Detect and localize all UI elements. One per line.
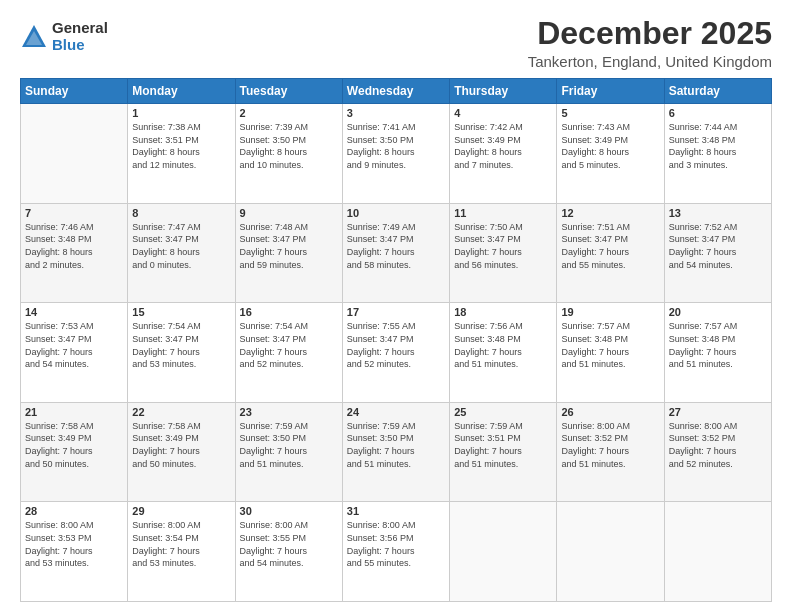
day-number: 10: [347, 207, 445, 219]
cell-content: Sunrise: 7:55 AMSunset: 3:47 PMDaylight:…: [347, 320, 445, 370]
day-number: 23: [240, 406, 338, 418]
day-number: 6: [669, 107, 767, 119]
cell-content: Sunrise: 7:49 AMSunset: 3:47 PMDaylight:…: [347, 221, 445, 271]
table-row: 31Sunrise: 8:00 AMSunset: 3:56 PMDayligh…: [342, 502, 449, 602]
table-row: 28Sunrise: 8:00 AMSunset: 3:53 PMDayligh…: [21, 502, 128, 602]
table-row: 6Sunrise: 7:44 AMSunset: 3:48 PMDaylight…: [664, 104, 771, 204]
col-tuesday: Tuesday: [235, 79, 342, 104]
table-row: 25Sunrise: 7:59 AMSunset: 3:51 PMDayligh…: [450, 402, 557, 502]
table-row: 24Sunrise: 7:59 AMSunset: 3:50 PMDayligh…: [342, 402, 449, 502]
cell-content: Sunrise: 8:00 AMSunset: 3:52 PMDaylight:…: [561, 420, 659, 470]
table-row: 11Sunrise: 7:50 AMSunset: 3:47 PMDayligh…: [450, 203, 557, 303]
table-row: 23Sunrise: 7:59 AMSunset: 3:50 PMDayligh…: [235, 402, 342, 502]
calendar-week-row: 28Sunrise: 8:00 AMSunset: 3:53 PMDayligh…: [21, 502, 772, 602]
table-row: 12Sunrise: 7:51 AMSunset: 3:47 PMDayligh…: [557, 203, 664, 303]
table-row: 22Sunrise: 7:58 AMSunset: 3:49 PMDayligh…: [128, 402, 235, 502]
cell-content: Sunrise: 7:56 AMSunset: 3:48 PMDaylight:…: [454, 320, 552, 370]
cell-content: Sunrise: 7:38 AMSunset: 3:51 PMDaylight:…: [132, 121, 230, 171]
logo-text: General Blue: [52, 20, 108, 53]
cell-content: Sunrise: 8:00 AMSunset: 3:53 PMDaylight:…: [25, 519, 123, 569]
cell-content: Sunrise: 7:57 AMSunset: 3:48 PMDaylight:…: [561, 320, 659, 370]
table-row: 4Sunrise: 7:42 AMSunset: 3:49 PMDaylight…: [450, 104, 557, 204]
day-number: 31: [347, 505, 445, 517]
table-row: 16Sunrise: 7:54 AMSunset: 3:47 PMDayligh…: [235, 303, 342, 403]
day-number: 11: [454, 207, 552, 219]
cell-content: Sunrise: 7:44 AMSunset: 3:48 PMDaylight:…: [669, 121, 767, 171]
day-number: 22: [132, 406, 230, 418]
logo-blue: Blue: [52, 37, 108, 54]
page: General Blue December 2025 Tankerton, En…: [0, 0, 792, 612]
day-number: 8: [132, 207, 230, 219]
table-row: [450, 502, 557, 602]
cell-content: Sunrise: 7:48 AMSunset: 3:47 PMDaylight:…: [240, 221, 338, 271]
day-number: 12: [561, 207, 659, 219]
table-row: 13Sunrise: 7:52 AMSunset: 3:47 PMDayligh…: [664, 203, 771, 303]
col-monday: Monday: [128, 79, 235, 104]
logo-icon: [20, 23, 48, 51]
table-row: [664, 502, 771, 602]
cell-content: Sunrise: 7:42 AMSunset: 3:49 PMDaylight:…: [454, 121, 552, 171]
table-row: 15Sunrise: 7:54 AMSunset: 3:47 PMDayligh…: [128, 303, 235, 403]
table-row: 5Sunrise: 7:43 AMSunset: 3:49 PMDaylight…: [557, 104, 664, 204]
day-number: 24: [347, 406, 445, 418]
day-number: 16: [240, 306, 338, 318]
calendar-week-row: 1Sunrise: 7:38 AMSunset: 3:51 PMDaylight…: [21, 104, 772, 204]
day-number: 28: [25, 505, 123, 517]
table-row: 8Sunrise: 7:47 AMSunset: 3:47 PMDaylight…: [128, 203, 235, 303]
cell-content: Sunrise: 7:58 AMSunset: 3:49 PMDaylight:…: [132, 420, 230, 470]
col-saturday: Saturday: [664, 79, 771, 104]
cell-content: Sunrise: 7:59 AMSunset: 3:50 PMDaylight:…: [347, 420, 445, 470]
table-row: [21, 104, 128, 204]
cell-content: Sunrise: 7:58 AMSunset: 3:49 PMDaylight:…: [25, 420, 123, 470]
calendar-week-row: 14Sunrise: 7:53 AMSunset: 3:47 PMDayligh…: [21, 303, 772, 403]
cell-content: Sunrise: 8:00 AMSunset: 3:55 PMDaylight:…: [240, 519, 338, 569]
cell-content: Sunrise: 8:00 AMSunset: 3:56 PMDaylight:…: [347, 519, 445, 569]
day-number: 26: [561, 406, 659, 418]
table-row: 27Sunrise: 8:00 AMSunset: 3:52 PMDayligh…: [664, 402, 771, 502]
day-number: 2: [240, 107, 338, 119]
cell-content: Sunrise: 7:47 AMSunset: 3:47 PMDaylight:…: [132, 221, 230, 271]
cell-content: Sunrise: 7:46 AMSunset: 3:48 PMDaylight:…: [25, 221, 123, 271]
table-row: 9Sunrise: 7:48 AMSunset: 3:47 PMDaylight…: [235, 203, 342, 303]
day-number: 21: [25, 406, 123, 418]
header: General Blue December 2025 Tankerton, En…: [20, 16, 772, 70]
subtitle: Tankerton, England, United Kingdom: [528, 53, 772, 70]
cell-content: Sunrise: 7:54 AMSunset: 3:47 PMDaylight:…: [132, 320, 230, 370]
table-row: 3Sunrise: 7:41 AMSunset: 3:50 PMDaylight…: [342, 104, 449, 204]
cell-content: Sunrise: 7:59 AMSunset: 3:51 PMDaylight:…: [454, 420, 552, 470]
cell-content: Sunrise: 7:59 AMSunset: 3:50 PMDaylight:…: [240, 420, 338, 470]
day-number: 17: [347, 306, 445, 318]
day-number: 18: [454, 306, 552, 318]
day-number: 5: [561, 107, 659, 119]
table-row: 30Sunrise: 8:00 AMSunset: 3:55 PMDayligh…: [235, 502, 342, 602]
table-row: 21Sunrise: 7:58 AMSunset: 3:49 PMDayligh…: [21, 402, 128, 502]
table-row: 20Sunrise: 7:57 AMSunset: 3:48 PMDayligh…: [664, 303, 771, 403]
calendar-week-row: 21Sunrise: 7:58 AMSunset: 3:49 PMDayligh…: [21, 402, 772, 502]
day-number: 20: [669, 306, 767, 318]
col-wednesday: Wednesday: [342, 79, 449, 104]
cell-content: Sunrise: 8:00 AMSunset: 3:52 PMDaylight:…: [669, 420, 767, 470]
table-row: 2Sunrise: 7:39 AMSunset: 3:50 PMDaylight…: [235, 104, 342, 204]
day-number: 27: [669, 406, 767, 418]
cell-content: Sunrise: 7:43 AMSunset: 3:49 PMDaylight:…: [561, 121, 659, 171]
day-number: 14: [25, 306, 123, 318]
title-block: December 2025 Tankerton, England, United…: [528, 16, 772, 70]
cell-content: Sunrise: 7:39 AMSunset: 3:50 PMDaylight:…: [240, 121, 338, 171]
day-number: 3: [347, 107, 445, 119]
table-row: 26Sunrise: 8:00 AMSunset: 3:52 PMDayligh…: [557, 402, 664, 502]
cell-content: Sunrise: 7:57 AMSunset: 3:48 PMDaylight:…: [669, 320, 767, 370]
calendar-table: Sunday Monday Tuesday Wednesday Thursday…: [20, 78, 772, 602]
table-row: [557, 502, 664, 602]
day-number: 19: [561, 306, 659, 318]
table-row: 17Sunrise: 7:55 AMSunset: 3:47 PMDayligh…: [342, 303, 449, 403]
table-row: 14Sunrise: 7:53 AMSunset: 3:47 PMDayligh…: [21, 303, 128, 403]
day-number: 9: [240, 207, 338, 219]
calendar-week-row: 7Sunrise: 7:46 AMSunset: 3:48 PMDaylight…: [21, 203, 772, 303]
cell-content: Sunrise: 7:52 AMSunset: 3:47 PMDaylight:…: [669, 221, 767, 271]
table-row: 1Sunrise: 7:38 AMSunset: 3:51 PMDaylight…: [128, 104, 235, 204]
day-number: 13: [669, 207, 767, 219]
table-row: 18Sunrise: 7:56 AMSunset: 3:48 PMDayligh…: [450, 303, 557, 403]
cell-content: Sunrise: 7:51 AMSunset: 3:47 PMDaylight:…: [561, 221, 659, 271]
day-number: 29: [132, 505, 230, 517]
table-row: 19Sunrise: 7:57 AMSunset: 3:48 PMDayligh…: [557, 303, 664, 403]
